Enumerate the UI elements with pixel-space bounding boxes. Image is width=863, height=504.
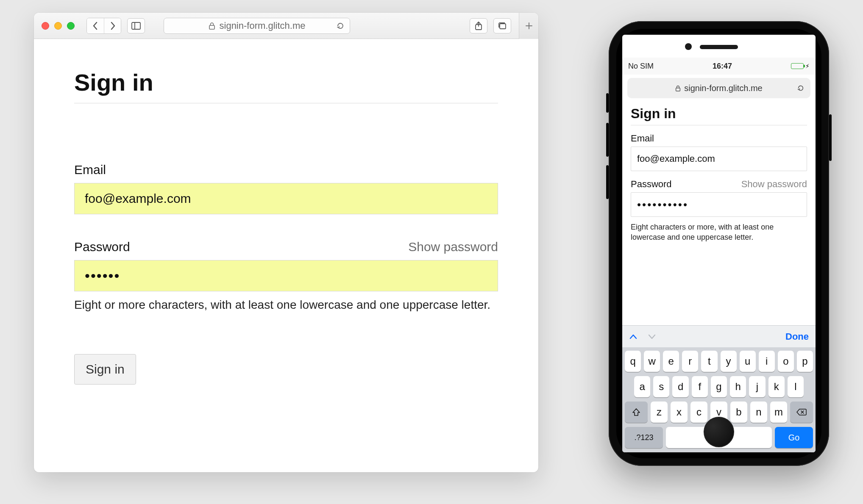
svg-rect-8 bbox=[676, 88, 680, 91]
key-n[interactable]: n bbox=[750, 402, 767, 423]
url-text: signin-form.glitch.me bbox=[220, 20, 306, 31]
front-camera bbox=[685, 43, 692, 50]
password-label: Password bbox=[74, 240, 130, 254]
go-key[interactable]: Go bbox=[775, 427, 813, 448]
mute-switch bbox=[606, 93, 609, 113]
password-label: Password bbox=[631, 179, 672, 190]
ios-url-text: signin-form.glitch.me bbox=[684, 83, 763, 93]
email-group: Email bbox=[74, 163, 498, 214]
email-input[interactable] bbox=[631, 147, 807, 171]
safari-window: signin-form.glitch.me Sign in Email bbox=[34, 13, 538, 472]
key-b[interactable]: b bbox=[730, 402, 747, 423]
key-t[interactable]: t bbox=[701, 351, 717, 372]
key-x[interactable]: x bbox=[671, 402, 688, 423]
key-r[interactable]: r bbox=[682, 351, 698, 372]
new-tab-button[interactable] bbox=[519, 13, 538, 39]
show-password-toggle[interactable]: Show password bbox=[408, 240, 498, 254]
svg-rect-2 bbox=[209, 25, 214, 29]
password-input[interactable] bbox=[74, 260, 498, 291]
volume-down-button bbox=[606, 165, 609, 199]
key-g[interactable]: g bbox=[711, 376, 727, 397]
page-title: Sign in bbox=[631, 106, 807, 125]
key-d[interactable]: d bbox=[672, 376, 688, 397]
key-h[interactable]: h bbox=[730, 376, 746, 397]
keyboard-row-1: qwertyuiop bbox=[625, 351, 813, 372]
volume-up-button bbox=[606, 123, 609, 157]
key-o[interactable]: o bbox=[778, 351, 794, 372]
page-title: Sign in bbox=[74, 69, 498, 103]
ios-page-content: Sign in Email Password Show password Eig… bbox=[622, 102, 816, 325]
home-button[interactable] bbox=[704, 417, 734, 447]
safari-toolbar: signin-form.glitch.me bbox=[34, 13, 538, 39]
email-label: Email bbox=[631, 133, 654, 144]
power-button bbox=[829, 114, 832, 161]
svg-rect-0 bbox=[132, 22, 140, 29]
password-input[interactable] bbox=[631, 192, 807, 217]
backspace-key[interactable] bbox=[790, 402, 813, 423]
key-u[interactable]: u bbox=[740, 351, 756, 372]
keyboard-row-2: asdfghjkl bbox=[625, 376, 813, 397]
key-z[interactable]: z bbox=[651, 402, 668, 423]
close-window-button[interactable] bbox=[42, 22, 49, 30]
reload-icon[interactable] bbox=[336, 22, 345, 30]
window-controls bbox=[42, 22, 75, 30]
tabs-button[interactable] bbox=[493, 18, 511, 33]
toolbar-right bbox=[470, 13, 531, 39]
key-k[interactable]: k bbox=[768, 376, 785, 397]
battery-indicator: ⚡︎ bbox=[791, 63, 810, 69]
minimize-window-button[interactable] bbox=[54, 22, 62, 30]
key-j[interactable]: j bbox=[749, 376, 765, 397]
password-group: Password Show password Eight or more cha… bbox=[74, 240, 498, 312]
key-w[interactable]: w bbox=[644, 351, 660, 372]
clock-text: 16:47 bbox=[713, 62, 732, 71]
lock-icon bbox=[675, 85, 681, 91]
key-s[interactable]: s bbox=[653, 376, 669, 397]
key-p[interactable]: p bbox=[797, 351, 813, 372]
key-c[interactable]: c bbox=[690, 402, 707, 423]
fullscreen-window-button[interactable] bbox=[67, 22, 75, 30]
charging-icon: ⚡︎ bbox=[805, 63, 810, 69]
lock-icon bbox=[209, 22, 215, 30]
email-label: Email bbox=[74, 163, 106, 177]
nav-buttons bbox=[86, 18, 121, 34]
next-field-button[interactable] bbox=[648, 334, 656, 340]
show-password-toggle[interactable]: Show password bbox=[741, 179, 807, 190]
key-l[interactable]: l bbox=[788, 376, 804, 397]
forward-button[interactable] bbox=[104, 18, 121, 33]
key-a[interactable]: a bbox=[634, 376, 650, 397]
email-input[interactable] bbox=[74, 183, 498, 214]
page-content: Sign in Email Password Show password Eig… bbox=[34, 39, 538, 472]
ios-statusbar: No SIM 16:47 ⚡︎ bbox=[622, 58, 816, 75]
key-m[interactable]: m bbox=[770, 402, 787, 423]
speaker-grille bbox=[700, 45, 738, 49]
share-button[interactable] bbox=[470, 18, 487, 33]
svg-rect-5 bbox=[500, 24, 506, 29]
ios-address-bar[interactable]: signin-form.glitch.me bbox=[627, 78, 810, 98]
sidebar-toggle-button[interactable] bbox=[127, 18, 145, 33]
numbers-key[interactable]: .?123 bbox=[625, 427, 663, 448]
carrier-text: No SIM bbox=[628, 62, 654, 71]
key-q[interactable]: q bbox=[625, 351, 641, 372]
key-f[interactable]: f bbox=[692, 376, 708, 397]
key-e[interactable]: e bbox=[663, 351, 679, 372]
address-bar[interactable]: signin-form.glitch.me bbox=[164, 18, 350, 34]
key-i[interactable]: i bbox=[759, 351, 775, 372]
keyboard-done-button[interactable]: Done bbox=[785, 331, 809, 342]
signin-button[interactable]: Sign in bbox=[74, 354, 136, 385]
keyboard-accessory-bar: Done bbox=[622, 325, 816, 347]
password-hint: Eight or more characters, with at least … bbox=[74, 298, 498, 312]
prev-field-button[interactable] bbox=[629, 334, 638, 340]
iphone-screen: No SIM 16:47 ⚡︎ signin-form.glitch.me Si… bbox=[622, 35, 816, 452]
reload-icon[interactable] bbox=[797, 84, 805, 92]
key-y[interactable]: y bbox=[721, 351, 737, 372]
iphone-device: No SIM 16:47 ⚡︎ signin-form.glitch.me Si… bbox=[609, 21, 829, 466]
back-button[interactable] bbox=[87, 18, 104, 33]
password-hint: Eight characters or more, with at least … bbox=[631, 222, 807, 243]
shift-key[interactable] bbox=[625, 402, 648, 423]
